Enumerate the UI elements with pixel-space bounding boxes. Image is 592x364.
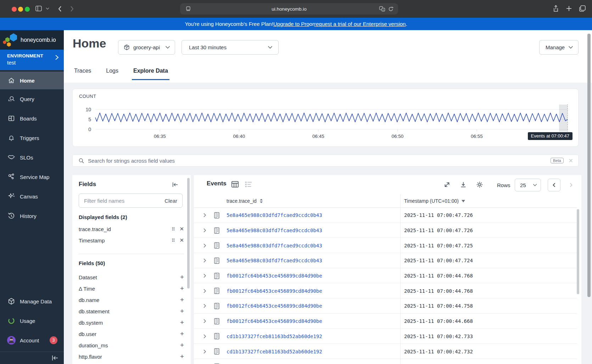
table-row[interactable]: cd1b137327fceb81163bd52ab60de192 2025-11… (194, 359, 577, 364)
row-expand-chevron[interactable] (203, 213, 206, 218)
table-row[interactable]: cd1b137327fceb81163bd52ab60de192 2025-11… (194, 329, 577, 344)
reload-icon[interactable] (388, 6, 394, 12)
row-details-icon[interactable] (214, 257, 220, 264)
events-scrollbar[interactable] (577, 209, 579, 294)
displayed-field-row[interactable]: trace.trace_id ⠿ ✕ (79, 223, 184, 235)
row-details-icon[interactable] (214, 227, 220, 234)
table-row[interactable]: fb0012fc64b6453ce456899cd84d90be 2025-11… (194, 298, 577, 314)
trace-id-link[interactable]: fb0012fc64b6453ce456899cd84d90be (227, 318, 400, 324)
fields-collapse-icon[interactable] (172, 181, 179, 188)
trace-id-link[interactable]: 5e8a465e988c03dfd7fcaed9ccdc0b43 (227, 243, 400, 248)
row-expand-chevron[interactable] (203, 243, 206, 248)
drag-handle-icon[interactable]: ⠿ (172, 238, 175, 243)
share-icon[interactable] (552, 5, 559, 13)
column-header-trace-id[interactable]: trace.trace_id (227, 198, 257, 204)
environment-switcher[interactable]: ENVIRONMENT test (0, 50, 64, 70)
gear-icon[interactable] (476, 181, 484, 189)
manage-button[interactable]: Manage (539, 40, 579, 55)
sort-icon[interactable] (259, 198, 263, 203)
expand-icon[interactable] (443, 181, 451, 189)
row-expand-chevron[interactable] (203, 319, 206, 324)
previous-page-button[interactable] (548, 179, 560, 191)
add-field-icon[interactable]: + (180, 296, 184, 304)
upgrade-to-pro-link[interactable]: Upgrade to Pro (273, 21, 309, 27)
honeycomb-logo[interactable]: honeycomb.io (0, 30, 64, 50)
displayed-field-row[interactable]: Timestamp ⠿ ✕ (79, 235, 184, 246)
clear-filter-button[interactable]: Clear (164, 198, 177, 204)
sidebar-item-history[interactable]: History (0, 207, 64, 225)
download-icon[interactable] (459, 181, 467, 189)
sidebar-item-triggers[interactable]: Triggers (0, 129, 64, 147)
row-details-icon[interactable] (214, 287, 220, 294)
reader-icon[interactable] (185, 6, 191, 12)
row-expand-chevron[interactable] (203, 303, 206, 308)
minimize-window-button[interactable] (18, 7, 23, 12)
forward-icon[interactable] (69, 5, 74, 12)
tab-overview-icon[interactable] (579, 5, 586, 12)
row-expand-chevron[interactable] (203, 289, 206, 293)
trace-id-link[interactable]: cd1b137327fceb81163bd52ab60de192 (227, 349, 400, 354)
add-field-icon[interactable]: + (180, 273, 184, 281)
close-window-button[interactable] (12, 7, 17, 12)
field-row[interactable]: db.user + (79, 328, 184, 340)
row-details-icon[interactable] (214, 303, 220, 309)
table-view-icon[interactable] (231, 181, 239, 188)
search-bar[interactable]: Search for strings across field values B… (72, 155, 579, 167)
field-row[interactable]: Δ Time + (79, 283, 184, 294)
field-row[interactable]: db.name + (79, 294, 184, 306)
sidebar-item-home[interactable]: Home (0, 72, 64, 89)
drag-handle-icon[interactable]: ⠿ (172, 226, 175, 232)
add-field-icon[interactable]: + (180, 353, 184, 360)
trace-id-link[interactable]: 5e8a465e988c03dfd7fcaed9ccdc0b43 (227, 212, 400, 218)
table-row[interactable]: 5e8a465e988c03dfd7fcaed9ccdc0b43 2025-11… (194, 223, 577, 238)
sidebar-item-canvas[interactable]: Canvas (0, 187, 64, 205)
translate-icon[interactable]: A (379, 6, 385, 12)
add-field-icon[interactable]: + (180, 307, 184, 315)
rows-per-page-select[interactable]: 25 (515, 179, 541, 191)
list-view-icon[interactable] (245, 181, 252, 188)
chevron-down-icon[interactable] (45, 7, 50, 10)
address-bar[interactable]: ui.honeycomb.io A (180, 3, 398, 15)
column-menu-icon[interactable] (462, 200, 465, 202)
row-expand-chevron[interactable] (203, 349, 206, 354)
row-details-icon[interactable] (214, 348, 220, 355)
field-row[interactable]: db.system + (79, 317, 184, 328)
time-range-selector[interactable]: Last 30 minutes (181, 40, 279, 55)
table-row[interactable]: fb0012fc64b6453ce456899cd84d90be 2025-11… (194, 268, 577, 284)
add-field-icon[interactable]: + (180, 319, 184, 326)
sidebar-item-boards[interactable]: Boards (0, 110, 64, 127)
row-expand-chevron[interactable] (203, 258, 206, 263)
table-row[interactable]: 5e8a465e988c03dfd7fcaed9ccdc0b43 2025-11… (194, 253, 577, 268)
new-tab-icon[interactable] (566, 5, 572, 12)
table-row[interactable]: 5e8a465e988c03dfd7fcaed9ccdc0b43 2025-11… (194, 208, 577, 223)
row-expand-chevron[interactable] (203, 228, 206, 233)
table-row[interactable]: fb0012fc64b6453ce456899cd84d90be 2025-11… (194, 314, 577, 329)
sidebar-item-usage[interactable]: Usage (0, 312, 64, 330)
add-field-icon[interactable]: + (180, 341, 184, 349)
trace-id-link[interactable]: fb0012fc64b6453ce456899cd84d90be (227, 303, 400, 309)
table-row[interactable]: 5e8a465e988c03dfd7fcaed9ccdc0b43 2025-11… (194, 238, 577, 253)
sidebar-item-slos[interactable]: SLOs (0, 149, 64, 166)
sidebar-item-account[interactable]: Account 3 (0, 331, 64, 349)
field-row[interactable]: http.flavor + (79, 351, 184, 362)
remove-field-icon[interactable]: ✕ (179, 226, 184, 232)
tab-explore-data[interactable]: Explore Data (132, 65, 169, 80)
add-field-icon[interactable]: + (180, 330, 184, 338)
next-page-button[interactable] (565, 179, 577, 191)
row-expand-chevron[interactable] (203, 334, 206, 339)
row-expand-chevron[interactable] (203, 273, 206, 278)
field-filter-input[interactable]: Filter field names Clear (79, 194, 183, 208)
field-row[interactable]: duration_ms + (79, 340, 184, 351)
column-header-timestamp[interactable]: Timestamp (UTC+01:00) (404, 198, 459, 204)
tab-logs[interactable]: Logs (105, 65, 120, 80)
row-details-icon[interactable] (214, 242, 220, 249)
sidebar-collapse-icon[interactable] (51, 354, 59, 362)
count-line-chart[interactable]: 051006:3506:4006:4506:5006:55 (73, 102, 579, 146)
dataset-selector[interactable]: grocery-api (118, 40, 175, 55)
table-row[interactable]: cd1b137327fceb81163bd52ab60de192 2025-11… (194, 344, 577, 359)
fields-scrollbar[interactable] (187, 178, 190, 289)
sidebar-item-service-map[interactable]: Service Map (0, 168, 64, 186)
table-row[interactable]: fb0012fc64b6453ce456899cd84d90be 2025-11… (194, 283, 577, 298)
trace-id-link[interactable]: 5e8a465e988c03dfd7fcaed9ccdc0b43 (227, 228, 400, 233)
sidebar-item-manage-data[interactable]: Manage Data (0, 292, 64, 310)
